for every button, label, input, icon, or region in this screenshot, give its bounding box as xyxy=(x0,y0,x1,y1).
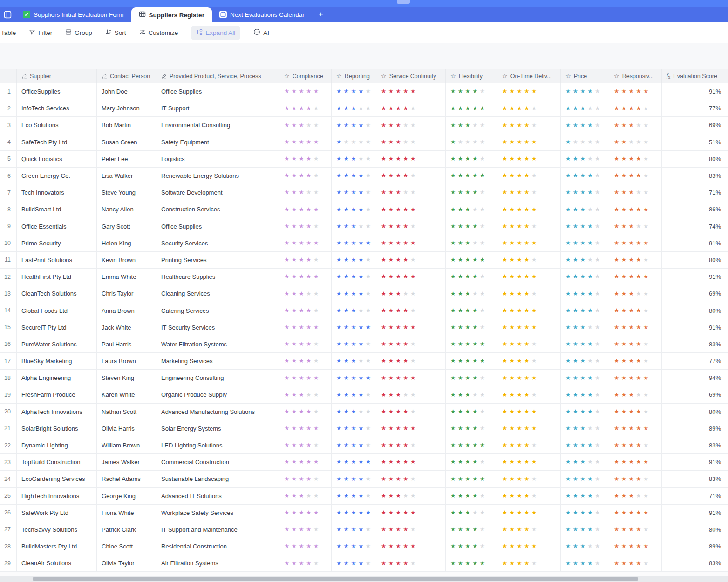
row-number-cell[interactable]: 22 xyxy=(0,437,17,454)
star-filled-icon[interactable]: ★ xyxy=(344,409,349,415)
star-filled-icon[interactable]: ★ xyxy=(517,543,522,549)
star-filled-icon[interactable]: ★ xyxy=(395,325,401,331)
on-time-delivery-rating-cell[interactable]: ★★★★★ xyxy=(497,252,561,269)
star-filled-icon[interactable]: ★ xyxy=(517,88,522,95)
flexibility-rating-cell[interactable]: ★★★★★ xyxy=(446,555,497,572)
star-filled-icon[interactable]: ★ xyxy=(410,510,415,516)
star-filled-icon[interactable]: ★ xyxy=(395,476,401,482)
star-filled-icon[interactable]: ★ xyxy=(458,106,463,112)
star-empty-icon[interactable]: ★ xyxy=(313,223,319,230)
star-filled-icon[interactable]: ★ xyxy=(344,207,349,213)
star-filled-icon[interactable]: ★ xyxy=(524,341,529,347)
star-filled-icon[interactable]: ★ xyxy=(510,358,515,364)
star-filled-icon[interactable]: ★ xyxy=(480,341,485,347)
star-filled-icon[interactable]: ★ xyxy=(524,240,529,246)
star-filled-icon[interactable]: ★ xyxy=(458,122,463,129)
star-filled-icon[interactable]: ★ xyxy=(465,291,470,297)
star-filled-icon[interactable]: ★ xyxy=(580,207,585,213)
star-filled-icon[interactable]: ★ xyxy=(628,543,633,549)
star-empty-icon[interactable]: ★ xyxy=(636,493,641,499)
star-filled-icon[interactable]: ★ xyxy=(351,459,356,465)
star-filled-icon[interactable]: ★ xyxy=(565,493,571,499)
on-time-delivery-rating-cell[interactable]: ★★★★★ xyxy=(497,235,561,252)
star-filled-icon[interactable]: ★ xyxy=(517,139,522,145)
star-filled-icon[interactable]: ★ xyxy=(636,459,641,465)
star-filled-icon[interactable]: ★ xyxy=(366,510,371,516)
on-time-delivery-rating-cell[interactable]: ★★★★★ xyxy=(497,420,561,437)
star-filled-icon[interactable]: ★ xyxy=(403,173,408,179)
star-filled-icon[interactable]: ★ xyxy=(313,426,319,432)
star-filled-icon[interactable]: ★ xyxy=(636,543,641,549)
expand-all-button[interactable]: Expand All xyxy=(191,26,240,40)
star-empty-icon[interactable]: ★ xyxy=(351,139,356,145)
star-filled-icon[interactable]: ★ xyxy=(531,543,537,549)
star-filled-icon[interactable]: ★ xyxy=(410,207,415,213)
star-filled-icon[interactable]: ★ xyxy=(284,257,289,263)
star-filled-icon[interactable]: ★ xyxy=(351,189,356,196)
star-filled-icon[interactable]: ★ xyxy=(502,189,507,196)
star-filled-icon[interactable]: ★ xyxy=(403,442,408,448)
star-filled-icon[interactable]: ★ xyxy=(450,409,456,415)
star-filled-icon[interactable]: ★ xyxy=(614,139,619,145)
star-empty-icon[interactable]: ★ xyxy=(366,257,371,263)
flexibility-rating-cell[interactable]: ★★★★★ xyxy=(446,269,497,285)
row-number-cell[interactable]: 5 xyxy=(0,151,17,168)
star-filled-icon[interactable]: ★ xyxy=(351,106,356,112)
responsiveness-rating-cell[interactable]: ★★★★★ xyxy=(609,505,662,521)
star-filled-icon[interactable]: ★ xyxy=(472,476,477,482)
star-filled-icon[interactable]: ★ xyxy=(573,240,578,246)
responsiveness-rating-cell[interactable]: ★★★★★ xyxy=(609,370,662,386)
compliance-rating-cell[interactable]: ★★★★★ xyxy=(279,100,332,117)
star-filled-icon[interactable]: ★ xyxy=(636,274,641,280)
star-filled-icon[interactable]: ★ xyxy=(395,189,401,196)
star-empty-icon[interactable]: ★ xyxy=(480,240,485,246)
star-empty-icon[interactable]: ★ xyxy=(595,240,600,246)
star-filled-icon[interactable]: ★ xyxy=(580,325,585,331)
row-number-cell[interactable]: 23 xyxy=(0,454,17,471)
star-filled-icon[interactable]: ★ xyxy=(502,442,507,448)
star-filled-icon[interactable]: ★ xyxy=(395,341,401,347)
product-cell[interactable]: Advanced IT Solutions xyxy=(156,488,279,505)
star-filled-icon[interactable]: ★ xyxy=(299,493,304,499)
star-filled-icon[interactable]: ★ xyxy=(395,459,401,465)
service-continuity-rating-cell[interactable]: ★★★★★ xyxy=(376,83,446,100)
star-filled-icon[interactable]: ★ xyxy=(621,493,626,499)
star-filled-icon[interactable]: ★ xyxy=(517,207,522,213)
supplier-cell[interactable]: BlueSky Marketing xyxy=(17,353,97,370)
star-filled-icon[interactable]: ★ xyxy=(284,274,289,280)
star-filled-icon[interactable]: ★ xyxy=(450,476,456,482)
star-empty-icon[interactable]: ★ xyxy=(531,291,537,297)
supplier-cell[interactable]: SafeTech Pty Ltd xyxy=(17,134,97,151)
star-empty-icon[interactable]: ★ xyxy=(366,442,371,448)
star-filled-icon[interactable]: ★ xyxy=(524,426,529,432)
star-filled-icon[interactable]: ★ xyxy=(587,527,592,533)
star-filled-icon[interactable]: ★ xyxy=(580,122,585,129)
star-filled-icon[interactable]: ★ xyxy=(306,375,311,381)
star-filled-icon[interactable]: ★ xyxy=(344,189,349,196)
star-empty-icon[interactable]: ★ xyxy=(643,358,648,364)
star-empty-icon[interactable]: ★ xyxy=(480,527,485,533)
star-filled-icon[interactable]: ★ xyxy=(388,173,394,179)
star-filled-icon[interactable]: ★ xyxy=(381,139,386,145)
flexibility-rating-cell[interactable]: ★★★★★ xyxy=(446,252,497,269)
reporting-rating-cell[interactable]: ★★★★★ xyxy=(332,168,376,184)
star-filled-icon[interactable]: ★ xyxy=(621,510,626,516)
flexibility-rating-cell[interactable]: ★★★★★ xyxy=(446,201,497,218)
on-time-delivery-rating-cell[interactable]: ★★★★★ xyxy=(497,285,561,302)
reporting-rating-cell[interactable]: ★★★★★ xyxy=(332,285,376,302)
compliance-rating-cell[interactable]: ★★★★★ xyxy=(279,319,332,336)
star-filled-icon[interactable]: ★ xyxy=(306,459,311,465)
star-filled-icon[interactable]: ★ xyxy=(502,122,507,129)
star-filled-icon[interactable]: ★ xyxy=(292,442,297,448)
star-filled-icon[interactable]: ★ xyxy=(465,543,470,549)
star-filled-icon[interactable]: ★ xyxy=(524,88,529,95)
star-filled-icon[interactable]: ★ xyxy=(636,240,641,246)
reporting-rating-cell[interactable]: ★★★★★ xyxy=(332,353,376,370)
service-continuity-rating-cell[interactable]: ★★★★★ xyxy=(376,437,446,454)
star-filled-icon[interactable]: ★ xyxy=(502,240,507,246)
star-filled-icon[interactable]: ★ xyxy=(628,257,633,263)
star-filled-icon[interactable]: ★ xyxy=(450,139,456,145)
star-filled-icon[interactable]: ★ xyxy=(403,341,408,347)
star-empty-icon[interactable]: ★ xyxy=(410,358,415,364)
star-empty-icon[interactable]: ★ xyxy=(344,139,349,145)
